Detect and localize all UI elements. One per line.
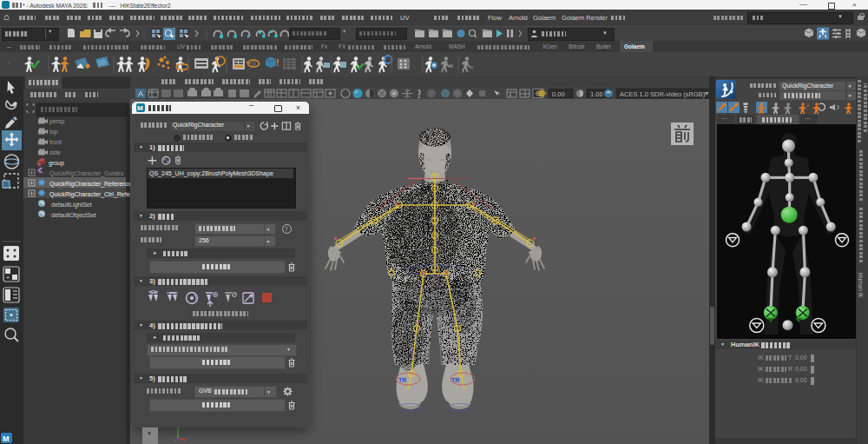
- svg-text:1.00: 1.00: [590, 90, 603, 98]
- svg-text:!: !: [276, 57, 279, 68]
- svg-text:M: M: [3, 434, 10, 443]
- svg-text:+: +: [509, 92, 512, 97]
- svg-text:TR: TR: [398, 377, 406, 383]
- svg-text:ACES 1.0 SDR-video (sRGB): ACES 1.0 SDR-video (sRGB): [620, 90, 706, 98]
- svg-text:0.00: 0.00: [552, 90, 565, 98]
- svg-text:+: +: [806, 103, 810, 108]
- svg-text:A: A: [138, 89, 143, 98]
- svg-text:+: +: [6, 275, 10, 281]
- svg-text:TR: TR: [451, 377, 459, 383]
